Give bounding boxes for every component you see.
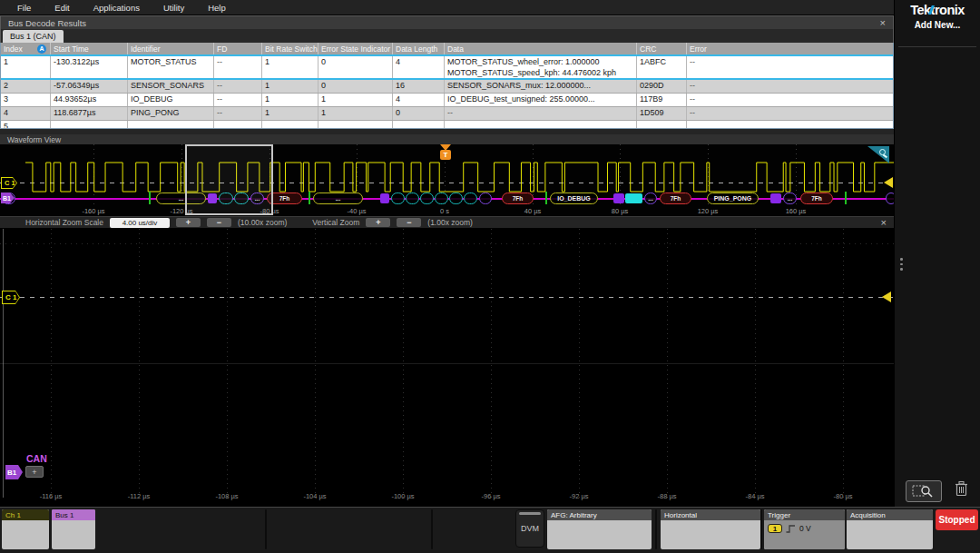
table-cell: MOTOR_STATUS [128, 56, 214, 78]
column-header[interactable]: Data Length [393, 43, 445, 54]
acquisition-status-panel[interactable]: Acquisition [847, 509, 933, 549]
magnifier-handle-icon [883, 154, 887, 158]
zoom-view-close-icon[interactable]: × [881, 217, 887, 228]
column-header[interactable]: IndexA [1, 43, 51, 54]
table-row[interactable]: 2-57.06349µsSENSOR_SONARS--1016SENSOR_SO… [1, 80, 893, 94]
afg-title: AFG: Arbitrary [547, 509, 652, 520]
table-row[interactable]: 5 [1, 121, 893, 128]
horizontal-status-panel[interactable]: Horizontal [661, 509, 760, 549]
table-cell: 4 [1, 107, 51, 120]
table-cell: -- [687, 94, 893, 106]
trash-icon[interactable] [955, 480, 968, 500]
overview-time-label: 120 µs [698, 207, 719, 215]
menu-item-edit[interactable]: Edit [43, 3, 81, 13]
channel1-status-badge[interactable]: Ch 1 [2, 509, 49, 549]
table-cell: 0 [318, 56, 393, 78]
main-time-label: -104 µs [303, 492, 326, 500]
menu-item-help[interactable]: Help [196, 3, 238, 13]
trigger-level-arrow-icon[interactable] [882, 291, 891, 302]
bus-frame [479, 193, 492, 204]
dvm-button[interactable]: DVM [515, 509, 544, 548]
horizontal-title: Horizontal [661, 509, 760, 520]
overview-time-label: 40 µs [524, 207, 542, 215]
bus-decode-table: IndexAStart TimeIdentifierFDBit Rate Swi… [0, 43, 894, 129]
bus1-status-badge[interactable]: Bus 1 [52, 509, 95, 549]
column-header[interactable]: FD [214, 43, 262, 54]
table-cell: -- [687, 80, 893, 93]
column-header[interactable]: Error State Indicator [318, 43, 393, 54]
sidebar-divider [898, 46, 976, 47]
table-cell: 117B9 [637, 94, 687, 106]
menu-bar: FileEditApplicationsUtilityHelp [0, 0, 894, 15]
table-cell: -- [214, 107, 262, 120]
channel1-badge[interactable]: C 1 [2, 291, 20, 304]
main-time-label: -84 µs [746, 492, 765, 500]
column-header[interactable]: CRC [637, 43, 687, 54]
table-cell: -- [445, 107, 637, 120]
bus-decode-title-bar: Bus Decode Results × [0, 15, 894, 29]
bus-expand-button[interactable]: + [25, 466, 44, 478]
trigger-level-arrow-icon[interactable] [884, 177, 893, 188]
overview-time-label: -40 µs [348, 207, 367, 215]
close-icon[interactable]: × [880, 18, 886, 27]
bus-frame [391, 193, 405, 204]
table-cell: -57.06349µs [51, 80, 128, 93]
waveform-overview[interactable]: ......7Fh...7FhIO_DEBUG...7FhPING_PONG..… [0, 144, 894, 217]
afg-status-panel[interactable]: AFG: Arbitrary [547, 509, 652, 549]
bus-frame: IO_DEBUG [550, 193, 598, 204]
waveform-view-title: Waveform View [7, 135, 61, 144]
bus-frame-stuff-block [613, 193, 624, 203]
v-zoom-plus-button[interactable]: + [366, 218, 390, 227]
column-header[interactable]: Identifier [128, 43, 214, 54]
zoom-mode-button[interactable] [906, 480, 942, 502]
status-separator [431, 509, 433, 549]
table-body: 1-130.3122µsMOTOR_STATUS--104MOTOR_STATU… [1, 54, 893, 128]
column-header[interactable]: Start Time [51, 43, 128, 54]
channel1-badge[interactable]: C 1 [1, 177, 17, 189]
trigger-status-panel[interactable]: Trigger 1 0 V [764, 509, 845, 549]
bus-frame-ack-tick [149, 192, 151, 204]
table-row[interactable]: 344.93652µsIO_DEBUG--114IO_DEBUG_test_un… [1, 94, 893, 107]
horizontal-zoom-scale-value[interactable]: 4.00 us/div [110, 218, 170, 228]
bus-type-label: CAN [26, 453, 47, 464]
horizontal-zoom-scale-label: Horizontal Zoom Scale [25, 218, 103, 227]
run-stop-button[interactable]: Stopped [936, 509, 978, 530]
column-header[interactable]: Data [445, 43, 637, 54]
trigger-level-value: 0 V [799, 524, 811, 533]
bus-frame [886, 193, 894, 204]
h-zoom-minus-button[interactable]: − [207, 218, 231, 227]
table-cell [445, 121, 637, 128]
table-row[interactable]: 4118.6877µsPING_PONG--110--1D509-- [1, 107, 893, 121]
trigger-title: Trigger [764, 509, 845, 520]
table-cell: 1 [318, 107, 393, 120]
bus-frame-ack-tick [545, 192, 547, 204]
channel1-waveform [0, 229, 894, 374]
menu-item-utility[interactable]: Utility [152, 3, 196, 13]
trigger-body: 1 0 V [764, 520, 845, 549]
zoom-window-box[interactable] [185, 144, 273, 215]
h-zoom-plus-button[interactable]: + [176, 218, 201, 227]
trigger-position-marker[interactable]: T [439, 144, 452, 160]
panel-resize-handle[interactable] [900, 258, 903, 271]
bus-frame: 7Fh [660, 193, 691, 204]
bus-decode-title: Bus Decode Results [8, 18, 86, 28]
bus-frame-ack-tick [309, 192, 310, 204]
tab-bus1-can[interactable]: Bus 1 (CAN) [3, 30, 64, 43]
main-time-label: -80 µs [834, 492, 853, 500]
bus-frame [406, 193, 419, 204]
table-cell: MOTOR_STATUS_wheel_error: 1.000000MOTOR_… [445, 56, 637, 78]
menu-item-applications[interactable]: Applications [82, 3, 152, 13]
bus-frame [464, 193, 477, 204]
table-row[interactable]: 1-130.3122µsMOTOR_STATUS--104MOTOR_STATU… [1, 54, 893, 80]
bus-frame: 7Fh [800, 193, 833, 204]
column-header[interactable]: Error [687, 43, 895, 54]
v-zoom-minus-button[interactable]: − [397, 218, 421, 227]
bus1-badge[interactable]: B1 [5, 465, 23, 479]
table-cell: 4 [393, 56, 445, 78]
table-cell [214, 121, 262, 128]
table-cell: -- [687, 107, 893, 120]
menu-item-file[interactable]: File [5, 3, 43, 13]
bus-frame [420, 193, 434, 204]
column-header[interactable]: Bit Rate Switch [262, 43, 318, 54]
main-waveform-view[interactable]: -116 µs-112 µs-108 µs-104 µs-100 µs-96 µ… [0, 229, 894, 506]
